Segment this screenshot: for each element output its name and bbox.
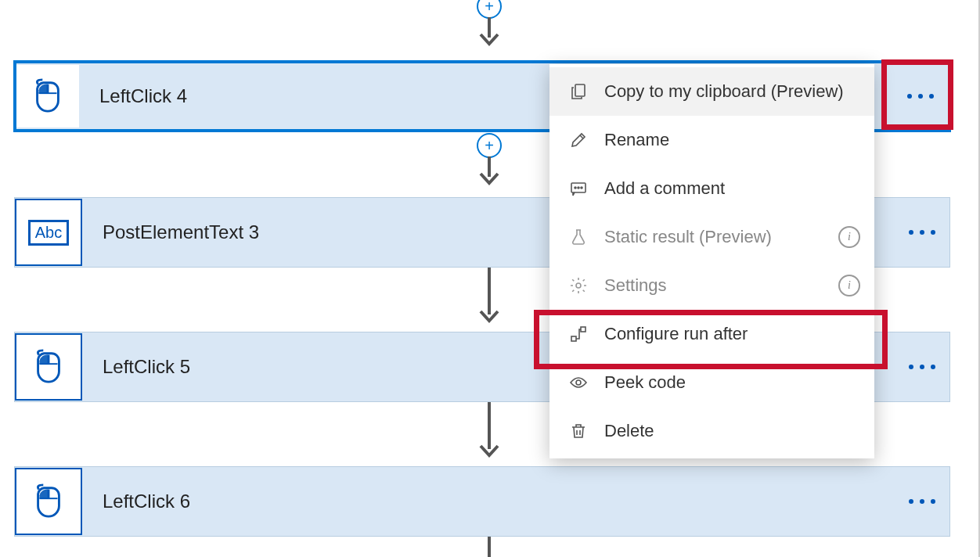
- menu-label: Peek code: [604, 372, 686, 393]
- info-icon[interactable]: i: [838, 226, 860, 248]
- trash-icon: [565, 422, 592, 440]
- pencil-icon: [565, 131, 592, 149]
- add-step-button[interactable]: +: [477, 0, 502, 19]
- step-icon-box: Abc: [15, 199, 82, 266]
- flask-icon: [565, 228, 592, 246]
- add-step-button[interactable]: +: [477, 133, 502, 158]
- step-context-menu: Copy to my clipboard (Preview) Rename Ad…: [549, 64, 874, 458]
- menu-label: Rename: [604, 130, 669, 150]
- connector-3-4: [476, 404, 503, 462]
- svg-rect-5: [575, 84, 585, 96]
- menu-label: Settings: [604, 275, 667, 296]
- svg-point-13: [576, 380, 581, 385]
- step-icon-box: [15, 333, 82, 401]
- menu-label: Static result (Preview): [604, 227, 772, 247]
- step-more-button[interactable]: [895, 198, 949, 267]
- connector-bottom: [476, 538, 503, 557]
- menu-configure-run-after[interactable]: Configure run after: [549, 310, 874, 358]
- svg-point-9: [581, 187, 582, 189]
- menu-rename[interactable]: Rename: [549, 116, 874, 164]
- menu-label: Copy to my clipboard (Preview): [604, 81, 844, 102]
- step-label: LeftClick 6: [103, 491, 895, 512]
- arrow-down-icon: [476, 156, 503, 188]
- menu-label: Add a comment: [604, 178, 725, 199]
- branch-icon: [565, 325, 592, 343]
- line-down-icon: [476, 537, 503, 557]
- clipboard-icon: [565, 82, 592, 101]
- connector-1-2: +: [476, 133, 503, 188]
- gear-icon: [565, 276, 592, 295]
- mouse-icon: [31, 349, 67, 385]
- eye-icon: [565, 373, 592, 392]
- connector-2-3: [476, 269, 503, 327]
- arrow-down-icon: [476, 402, 503, 462]
- svg-point-7: [575, 187, 576, 189]
- step-more-button[interactable]: [895, 332, 949, 401]
- menu-label: Delete: [604, 421, 654, 441]
- step-leftclick-6[interactable]: LeftClick 6: [14, 466, 950, 537]
- menu-peek-code[interactable]: Peek code: [549, 358, 874, 407]
- step-more-button[interactable]: [893, 63, 948, 129]
- mouse-icon: [31, 483, 67, 519]
- menu-add-comment[interactable]: Add a comment: [549, 164, 874, 213]
- menu-settings: Settings i: [549, 261, 874, 310]
- svg-rect-12: [581, 327, 585, 332]
- step-icon-box: [15, 468, 82, 535]
- svg-point-10: [576, 283, 581, 288]
- connector-top: +: [476, 0, 503, 49]
- menu-copy-clipboard[interactable]: Copy to my clipboard (Preview): [549, 67, 874, 116]
- step-icon-box: [16, 65, 79, 128]
- menu-delete[interactable]: Delete: [549, 407, 874, 455]
- menu-static-result: Static result (Preview) i: [549, 213, 874, 261]
- flow-canvas: + LeftClick 4 + Abc Po: [0, 0, 980, 557]
- info-icon[interactable]: i: [838, 275, 860, 296]
- abc-icon: Abc: [28, 220, 69, 246]
- svg-point-8: [578, 187, 579, 189]
- svg-rect-11: [571, 336, 576, 341]
- menu-label: Configure run after: [604, 324, 748, 344]
- comment-icon: [565, 179, 592, 198]
- step-more-button[interactable]: [895, 467, 949, 536]
- arrow-down-icon: [476, 17, 503, 49]
- arrow-down-icon: [476, 268, 503, 327]
- mouse-icon: [30, 78, 66, 114]
